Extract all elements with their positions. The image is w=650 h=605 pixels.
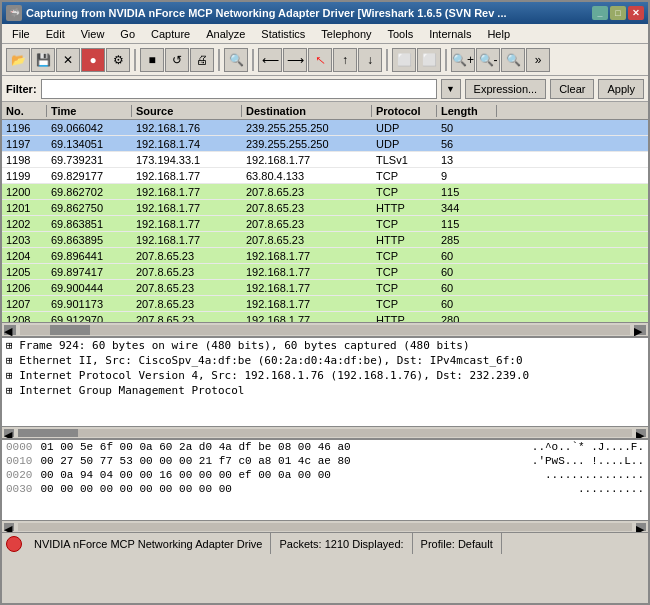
table-row[interactable]: 1202 69.863851 192.168.1.77 207.8.65.23 … <box>2 216 648 232</box>
table-row[interactable]: 1206 69.900444 207.8.65.23 192.168.1.77 … <box>2 280 648 296</box>
hex-offset: 0010 <box>6 455 32 467</box>
toolbar-stop[interactable]: ■ <box>140 48 164 72</box>
scroll-left-btn[interactable]: ◀ <box>4 325 16 335</box>
detail-scroll-right[interactable]: ▶ <box>636 429 646 437</box>
cell-dst: 192.168.1.77 <box>242 298 372 310</box>
hex-scrollbar[interactable]: ◀ ▶ <box>2 520 648 532</box>
toolbar-close[interactable]: ✕ <box>56 48 80 72</box>
clear-button[interactable]: Clear <box>550 79 594 99</box>
cell-proto: TCP <box>372 250 437 262</box>
toolbar-options[interactable]: ⚙ <box>106 48 130 72</box>
menu-telephony[interactable]: Telephony <box>313 26 379 42</box>
cell-len: 50 <box>437 122 497 134</box>
menu-statistics[interactable]: Statistics <box>253 26 313 42</box>
packet-list-scrollbar[interactable]: ◀ ▶ <box>2 322 648 336</box>
table-row[interactable]: 1204 69.896441 207.8.65.23 192.168.1.77 … <box>2 248 648 264</box>
title-text: Capturing from NVIDIA nForce MCP Network… <box>26 7 592 19</box>
toolbar-record[interactable]: ● <box>81 48 105 72</box>
toolbar-next[interactable]: ↓ <box>358 48 382 72</box>
hex-scroll-left[interactable]: ◀ <box>4 523 14 531</box>
cell-src: 207.8.65.23 <box>132 266 242 278</box>
cell-no: 1197 <box>2 138 47 150</box>
table-row[interactable]: 1200 69.862702 192.168.1.77 207.8.65.23 … <box>2 184 648 200</box>
capture-indicator <box>6 536 22 552</box>
toolbar-zoom-1[interactable]: ⬜ <box>392 48 416 72</box>
status-profile: Profile: Default <box>413 533 502 554</box>
cell-no: 1208 <box>2 314 47 323</box>
expression-button[interactable]: Expression... <box>465 79 547 99</box>
menu-view[interactable]: View <box>73 26 113 42</box>
menu-edit[interactable]: Edit <box>38 26 73 42</box>
table-row[interactable]: 1208 69.912970 207.8.65.23 192.168.1.77 … <box>2 312 648 322</box>
hex-scroll-right[interactable]: ▶ <box>636 523 646 531</box>
cell-no: 1203 <box>2 234 47 246</box>
toolbar-restart[interactable]: ↺ <box>165 48 189 72</box>
menu-help[interactable]: Help <box>479 26 518 42</box>
detail-scrollbar[interactable]: ◀ ▶ <box>2 426 648 438</box>
cell-len: 9 <box>437 170 497 182</box>
maximize-button[interactable]: □ <box>610 6 626 20</box>
packet-list-header: No. Time Source Destination Protocol Len… <box>2 102 648 120</box>
hex-bytes: 00 27 50 77 53 00 00 00 21 f7 c0 a8 01 4… <box>40 455 523 467</box>
cell-src: 207.8.65.23 <box>132 282 242 294</box>
toolbar-print[interactable]: 🖨 <box>190 48 214 72</box>
apply-button[interactable]: Apply <box>598 79 644 99</box>
toolbar-goto[interactable]: ↑ <box>308 48 332 72</box>
cell-proto: HTTP <box>372 234 437 246</box>
detail-scroll-left[interactable]: ◀ <box>4 429 14 437</box>
cell-dst: 207.8.65.23 <box>242 186 372 198</box>
table-row[interactable]: 1201 69.862750 192.168.1.77 207.8.65.23 … <box>2 200 648 216</box>
toolbar-save[interactable]: 💾 <box>31 48 55 72</box>
toolbar-zoom-out[interactable]: 🔍- <box>476 48 500 72</box>
list-item[interactable]: ⊞ Frame 924: 60 bytes on wire (480 bits)… <box>2 338 648 353</box>
cell-proto: TCP <box>372 266 437 278</box>
table-row[interactable]: 1203 69.863895 192.168.1.77 207.8.65.23 … <box>2 232 648 248</box>
hex-bytes: 00 0a 94 04 00 00 16 00 00 00 ef 00 0a 0… <box>40 469 537 481</box>
menu-capture[interactable]: Capture <box>143 26 198 42</box>
cell-time: 69.829177 <box>47 170 132 182</box>
hex-ascii: .......... <box>578 483 644 495</box>
list-item[interactable]: ⊞ Internet Group Management Protocol <box>2 383 648 398</box>
menu-tools[interactable]: Tools <box>380 26 422 42</box>
table-row[interactable]: 1205 69.897417 207.8.65.23 192.168.1.77 … <box>2 264 648 280</box>
close-button[interactable]: ✕ <box>628 6 644 20</box>
toolbar-back[interactable]: ⟵ <box>258 48 282 72</box>
cell-dst: 63.80.4.133 <box>242 170 372 182</box>
scroll-track[interactable] <box>20 325 630 335</box>
menu-file[interactable]: File <box>4 26 38 42</box>
scroll-thumb[interactable] <box>50 325 90 335</box>
menu-go[interactable]: Go <box>112 26 143 42</box>
hex-scroll-track[interactable] <box>18 523 632 531</box>
table-row[interactable]: 1198 69.739231 173.194.33.1 192.168.1.77… <box>2 152 648 168</box>
hex-offset: 0030 <box>6 483 32 495</box>
table-row[interactable]: 1207 69.901173 207.8.65.23 192.168.1.77 … <box>2 296 648 312</box>
filter-input[interactable] <box>41 79 437 99</box>
toolbar-open[interactable]: 📂 <box>6 48 30 72</box>
list-item: 0000 01 00 5e 6f 00 0a 60 2a d0 4a df be… <box>2 440 648 454</box>
toolbar-forward[interactable]: ⟶ <box>283 48 307 72</box>
scroll-right-btn[interactable]: ▶ <box>634 325 646 335</box>
list-item[interactable]: ⊞ Ethernet II, Src: CiscoSpv_4a:df:be (6… <box>2 353 648 368</box>
cell-len: 60 <box>437 282 497 294</box>
toolbar-zoom-in[interactable]: 🔍+ <box>451 48 475 72</box>
filter-dropdown[interactable]: ▼ <box>441 79 461 99</box>
detail-scroll-thumb[interactable] <box>18 429 78 437</box>
toolbar-prev[interactable]: ↑ <box>333 48 357 72</box>
toolbar-more[interactable]: » <box>526 48 550 72</box>
toolbar-zoom-2[interactable]: ⬜ <box>417 48 441 72</box>
table-row[interactable]: 1197 69.134051 192.168.1.74 239.255.255.… <box>2 136 648 152</box>
table-row[interactable]: 1199 69.829177 192.168.1.77 63.80.4.133 … <box>2 168 648 184</box>
toolbar-zoom-reset[interactable]: 🔍 <box>501 48 525 72</box>
cell-no: 1206 <box>2 282 47 294</box>
cell-time: 69.863851 <box>47 218 132 230</box>
detail-scroll-track[interactable] <box>18 429 632 437</box>
toolbar-find[interactable]: 🔍 <box>224 48 248 72</box>
menu-internals[interactable]: Internals <box>421 26 479 42</box>
cell-proto: TCP <box>372 282 437 294</box>
list-item[interactable]: ⊞ Internet Protocol Version 4, Src: 192.… <box>2 368 648 383</box>
table-row[interactable]: 1196 69.066042 192.168.1.76 239.255.255.… <box>2 120 648 136</box>
menu-analyze[interactable]: Analyze <box>198 26 253 42</box>
cell-no: 1201 <box>2 202 47 214</box>
minimize-button[interactable]: _ <box>592 6 608 20</box>
main-window: 🦈 Capturing from NVIDIA nForce MCP Netwo… <box>0 0 650 605</box>
